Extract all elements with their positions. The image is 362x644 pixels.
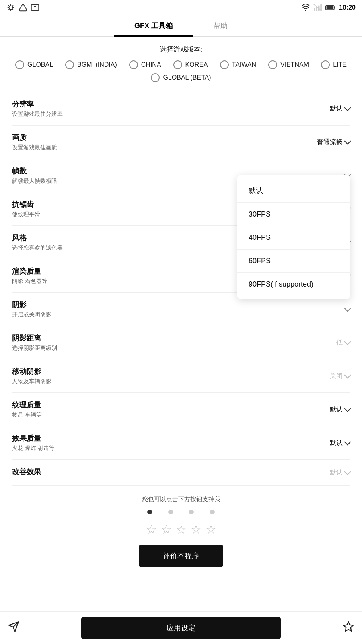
fps-dropdown-popup: 默认 30FPS 40FPS 60FPS 90FPS(if supported) (237, 175, 350, 299)
fps-option-90[interactable]: 90FPS(if supported) (237, 273, 350, 296)
setting-desc-shadow: 开启或关闭阴影 (12, 311, 345, 318)
fps-option-60[interactable]: 60FPS (237, 250, 350, 273)
apply-button[interactable]: 应用设定 (81, 617, 281, 639)
setting-desc-resolution: 设置游戏最佳分辨率 (12, 111, 330, 118)
setting-value-improve[interactable]: 默认 (330, 469, 350, 477)
main-content: 选择游戏版本: GLOBAL BGMI (INDIA) CHINA KOREA … (0, 37, 362, 611)
bookmark-icon[interactable] (287, 621, 354, 635)
support-text: 您也可以点击下方按钮支持我 (12, 495, 350, 503)
radio-global-beta (151, 73, 160, 82)
wifi-icon (301, 4, 310, 11)
bug-icon (6, 3, 15, 12)
setting-label-move-shadow: 移动阴影 人物及车辆阴影 (12, 367, 330, 385)
svg-rect-5 (314, 8, 315, 11)
version-option-global[interactable]: GLOBAL (15, 60, 53, 69)
dot-4 (210, 510, 215, 514)
version-option-lite[interactable]: LITE (321, 60, 347, 69)
setting-label-quality: 画质 设置游戏最佳画质 (12, 133, 317, 151)
dropdown-arrow-resolution (344, 105, 351, 111)
setting-row-effect: 效果质量 火花 爆炸 射击等 默认 (12, 426, 350, 460)
setting-value-resolution[interactable]: 默认 (330, 105, 350, 113)
version-option-global-beta[interactable]: GLOBAL (BETA) (151, 73, 211, 82)
setting-desc-move-shadow: 人物及车辆阴影 (12, 378, 330, 385)
fps-option-30[interactable]: 30FPS (237, 203, 350, 226)
dots-row (12, 510, 350, 514)
version-option-vietnam[interactable]: VIETNAM (268, 60, 309, 69)
setting-label-shadow-distance: 阴影距离 选择阴影距离级别 (12, 333, 336, 352)
star-3[interactable]: ☆ (176, 522, 187, 537)
setting-title-shadow-distance: 阴影距离 (12, 333, 336, 343)
setting-desc-quality: 设置游戏最佳画质 (12, 144, 317, 151)
setting-desc-effect: 火花 爆炸 射击等 (12, 445, 330, 452)
signal-icon (313, 4, 322, 11)
setting-label-improve: 改善效果 (12, 467, 330, 478)
battery-icon (325, 4, 336, 11)
setting-value-shadow-distance[interactable]: 低 (336, 339, 350, 347)
setting-desc-texture: 物品 车辆等 (12, 411, 330, 419)
setting-label-resolution: 分辨率 设置游戏最佳分辨率 (12, 99, 330, 118)
setting-value-move-shadow[interactable]: 关闭 (330, 372, 350, 380)
top-tab-bar: GFX 工具箱 帮助 (0, 15, 362, 37)
setting-row-shadow-distance: 阴影距离 选择阴影距离级别 低 (12, 326, 350, 359)
font-icon (31, 3, 39, 12)
radio-lite (321, 60, 330, 69)
radio-vietnam (268, 60, 277, 69)
bottom-bar: 应用设定 (0, 611, 362, 644)
svg-rect-11 (327, 6, 333, 9)
setting-title-effect: 效果质量 (12, 433, 330, 443)
warning-icon (19, 3, 27, 12)
star-5[interactable]: ☆ (206, 522, 216, 537)
setting-row-quality: 画质 设置游戏最佳画质 普通流畅 (12, 126, 350, 159)
svg-marker-14 (343, 622, 353, 631)
version-option-taiwan[interactable]: TAIWAN (220, 60, 256, 69)
dot-1 (147, 510, 152, 514)
setting-row-move-shadow: 移动阴影 人物及车辆阴影 关闭 (12, 359, 350, 393)
star-1[interactable]: ☆ (146, 522, 157, 537)
fps-option-40[interactable]: 40FPS (237, 226, 350, 250)
setting-row-texture: 纹理质量 物品 车辆等 默认 (12, 393, 350, 426)
radio-korea (173, 60, 182, 69)
setting-title-shadow: 阴影 (12, 300, 345, 310)
version-option-china[interactable]: CHINA (129, 60, 161, 69)
setting-row-improve: 改善效果 默认 (12, 460, 350, 486)
setting-value-shadow[interactable] (345, 308, 350, 311)
dot-2 (168, 510, 173, 514)
dropdown-arrow-move-shadow (344, 372, 351, 379)
dot-3 (189, 510, 194, 514)
status-right: 10:20 (301, 4, 356, 11)
setting-value-effect[interactable]: 默认 (330, 439, 350, 447)
setting-title-move-shadow: 移动阴影 (12, 367, 330, 376)
dropdown-arrow-effect (344, 439, 351, 446)
star-2[interactable]: ☆ (161, 522, 172, 537)
send-icon[interactable] (8, 621, 75, 635)
version-label: 选择游戏版本: (12, 45, 350, 54)
version-option-korea[interactable]: KOREA (173, 60, 208, 69)
fps-option-default[interactable]: 默认 (237, 178, 350, 203)
time-display: 10:20 (339, 4, 356, 11)
setting-value-quality[interactable]: 普通流畅 (317, 138, 350, 147)
tab-help[interactable]: 帮助 (193, 15, 248, 36)
version-option-bgmi[interactable]: BGMI (INDIA) (65, 60, 117, 69)
dropdown-arrow-quality (344, 138, 351, 145)
dropdown-arrow-shadow-distance (344, 339, 351, 345)
setting-desc-shadow-distance: 选择阴影距离级别 (12, 345, 336, 352)
star-4[interactable]: ☆ (191, 522, 202, 537)
setting-title-quality: 画质 (12, 133, 317, 142)
setting-label-effect: 效果质量 火花 爆炸 射击等 (12, 433, 330, 452)
radio-bgmi (65, 60, 74, 69)
version-options: GLOBAL BGMI (INDIA) CHINA KOREA TAIWAN V… (12, 60, 350, 82)
rate-button[interactable]: 评价本程序 (139, 545, 223, 567)
support-section: 您也可以点击下方按钮支持我 ☆ ☆ ☆ ☆ ☆ 评价本程序 (12, 486, 350, 571)
setting-value-texture[interactable]: 默认 (330, 405, 350, 414)
dropdown-arrow-texture (344, 405, 351, 412)
tab-gfx[interactable]: GFX 工具箱 (114, 15, 193, 36)
radio-china (129, 60, 138, 69)
svg-point-4 (305, 10, 306, 11)
setting-row-resolution: 分辨率 设置游戏最佳分辨率 默认 (12, 92, 350, 126)
radio-global (15, 60, 24, 69)
radio-taiwan (220, 60, 229, 69)
setting-label-texture: 纹理质量 物品 车辆等 (12, 400, 330, 419)
setting-title-texture: 纹理质量 (12, 400, 330, 410)
stars-row[interactable]: ☆ ☆ ☆ ☆ ☆ (12, 522, 350, 537)
app-icons-row (6, 3, 39, 12)
